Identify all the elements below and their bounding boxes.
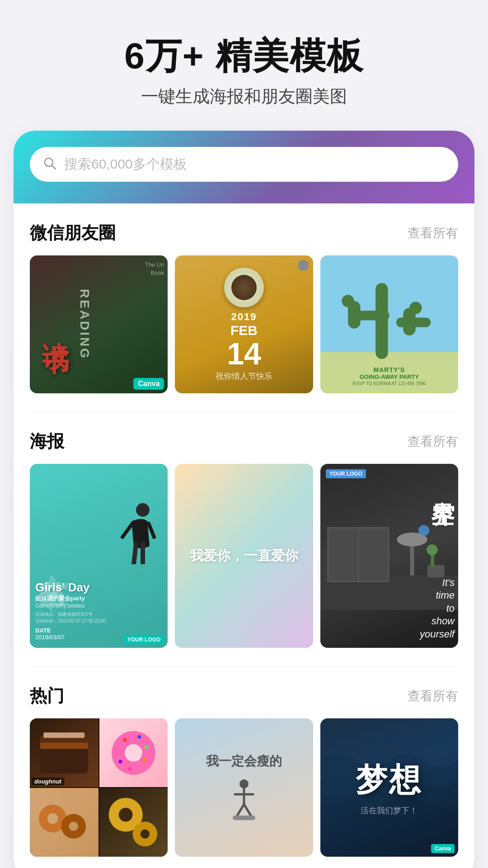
- reading-book-title: The UnBook: [145, 261, 164, 277]
- svg-point-30: [145, 745, 148, 749]
- search-placeholder-text: 搜索60,000多个模板: [64, 155, 187, 174]
- poster-section-title: 海报: [30, 430, 64, 453]
- svg-point-29: [137, 735, 141, 739]
- resolve-text: 我一定会瘦的: [206, 753, 282, 770]
- party-text: MARTY'S GOING-AWAY PARTY RSVP TO KORINA …: [320, 366, 458, 386]
- doughnut-cell-3: [30, 788, 99, 857]
- poster-card-3[interactable]: YOUR LOGO 空界 It'stimetoshowyourself: [320, 464, 458, 648]
- hero-section: 6万+ 精美模板 一键生成海报和朋友圈美图: [0, 0, 488, 131]
- wechat-section: 微信朋友圈 查看所有 读书 READING The UnBook Canva: [14, 203, 474, 398]
- poster-card-2[interactable]: 我爱你，一直爱你: [175, 464, 313, 648]
- wechat-section-title: 微信朋友圈: [30, 222, 116, 245]
- svg-point-11: [136, 503, 150, 517]
- svg-line-1: [52, 165, 56, 169]
- doughnut-cell-2: [99, 718, 168, 787]
- search-header: 搜索60,000多个模板: [14, 131, 474, 203]
- svg-point-31: [143, 758, 146, 762]
- love-text-wrapper: 我爱你，一直爱你: [175, 464, 313, 648]
- svg-rect-47: [233, 816, 255, 820]
- wechat-card-3[interactable]: MARTY'S GOING-AWAY PARTY RSVP TO KORINA …: [320, 255, 458, 393]
- valentine-plate: [224, 268, 264, 307]
- hot-viewall[interactable]: 查看所有: [408, 688, 458, 705]
- app-card: 搜索60,000多个模板 微信朋友圈 查看所有 读书 READING The U…: [14, 131, 474, 868]
- stick-figure-svg: [226, 777, 262, 822]
- canva-badge-1: Canva: [133, 378, 164, 390]
- hot-card-1[interactable]: doughnut: [30, 718, 168, 856]
- hot-grid: doughnut: [30, 718, 458, 856]
- svg-point-10: [409, 302, 422, 314]
- svg-rect-25: [43, 732, 84, 738]
- doughnut-cell-4: [99, 788, 168, 857]
- space-title: 空界: [431, 482, 455, 487]
- poster-card-1[interactable]: 女生节 Girls' Day 姐妹团的聚会party Come on,my be…: [30, 464, 168, 648]
- svg-point-39: [119, 808, 133, 822]
- svg-point-9: [342, 295, 354, 307]
- valentine-year: 2019: [231, 311, 257, 323]
- svg-line-45: [237, 804, 244, 816]
- svg-point-35: [47, 813, 58, 824]
- valentine-icon: [298, 260, 309, 271]
- svg-point-18: [418, 525, 429, 536]
- your-logo-badge: YOUR LOGO: [124, 635, 164, 644]
- canva-badge-hot: Canva: [431, 844, 455, 853]
- hero-title: 6万+ 精美模板: [18, 36, 470, 76]
- hot-section-header: 热门 查看所有: [30, 684, 458, 708]
- reading-english-text: READING: [77, 289, 92, 360]
- hot-card-3[interactable]: 梦想 活在我们梦下！ Canva: [320, 718, 458, 856]
- resolve-content: 我一定会瘦的: [175, 718, 313, 856]
- space-your-logo: YOUR LOGO: [326, 469, 366, 477]
- hot-card-2[interactable]: 我一定会瘦的: [175, 718, 313, 856]
- space-subtitle: It'stimetoshowyourself: [420, 576, 455, 641]
- svg-rect-14: [328, 528, 357, 581]
- poster-figure: [113, 501, 159, 566]
- hero-subtitle: 一键生成海报和朋友圈美图: [18, 85, 470, 108]
- svg-rect-22: [40, 746, 88, 774]
- dream-content: 梦想 活在我们梦下！: [320, 718, 458, 856]
- dream-sub-text: 活在我们梦下！: [361, 805, 418, 816]
- wechat-card-2[interactable]: 2019 FEB 14 祝你情人节快乐: [175, 255, 313, 393]
- svg-point-33: [118, 760, 122, 764]
- wechat-viewall[interactable]: 查看所有: [408, 225, 458, 242]
- svg-point-21: [427, 544, 437, 555]
- svg-point-28: [122, 737, 127, 742]
- svg-point-41: [141, 829, 150, 838]
- svg-rect-4: [375, 283, 388, 359]
- svg-point-27: [125, 744, 142, 762]
- valentine-subtitle: 祝你情人节快乐: [216, 371, 272, 382]
- poster-section: 海报 查看所有 女生节 Girls' Day: [14, 412, 474, 652]
- wechat-section-header: 微信朋友圈 查看所有: [30, 222, 458, 245]
- search-icon: [42, 156, 57, 173]
- reading-vertical-text: 读书: [37, 321, 74, 328]
- wechat-grid: 读书 READING The UnBook Canva 2019 FEB 14 …: [30, 255, 458, 393]
- poster-viewall[interactable]: 查看所有: [408, 433, 458, 450]
- girls-day-info: Girls' Day 姐妹团的聚会party Come on,my bestie…: [35, 580, 162, 641]
- search-bar[interactable]: 搜索60,000多个模板: [30, 147, 458, 182]
- poster-section-header: 海报 查看所有: [30, 430, 458, 453]
- wechat-card-1[interactable]: 读书 READING The UnBook Canva: [30, 255, 168, 393]
- svg-point-42: [239, 779, 249, 788]
- poster-grid: 女生节 Girls' Day 姐妹团的聚会party Come on,my be…: [30, 464, 458, 648]
- valentine-month: FEB: [230, 323, 258, 338]
- poster-bg-text: 女生节: [33, 552, 73, 560]
- valentine-day: 14: [227, 338, 261, 369]
- doughnut-label: doughnut: [32, 778, 64, 785]
- hot-section: 热门 查看所有 doughnut: [14, 666, 474, 861]
- hot-section-title: 热门: [30, 684, 64, 708]
- svg-point-37: [69, 821, 78, 830]
- svg-point-32: [128, 767, 131, 771]
- svg-rect-15: [359, 528, 388, 581]
- doughnut-cell-1: doughnut: [30, 718, 99, 787]
- dream-main-text: 梦想: [356, 759, 422, 802]
- svg-line-46: [244, 804, 251, 816]
- love-text: 我爱你，一直爱你: [190, 547, 298, 565]
